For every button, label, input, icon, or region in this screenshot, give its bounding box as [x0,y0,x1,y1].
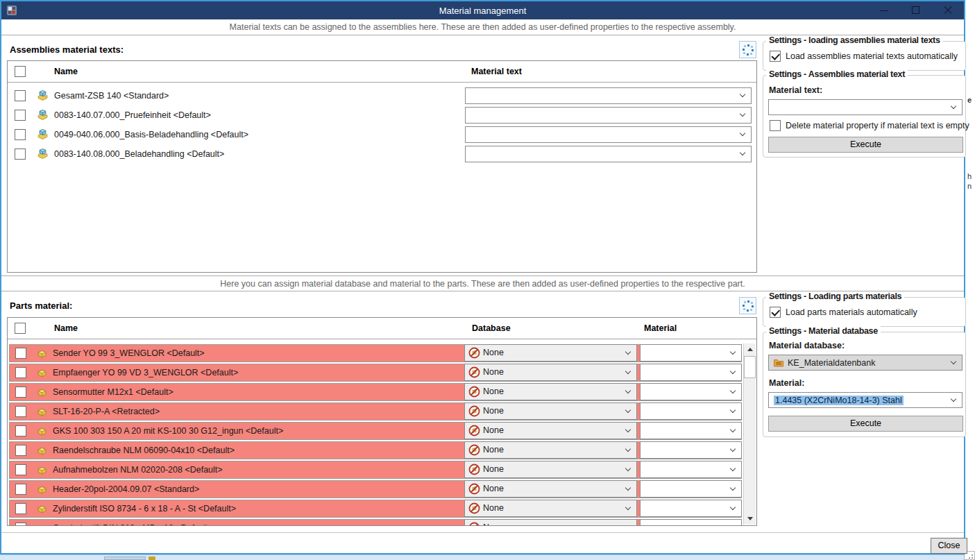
part-row[interactable]: Raendelschraube NLM 06090-04x10 <Default… [9,441,742,459]
part-row[interactable]: GKS 100 303 150 A 20 mit KS-100 30 G12_i… [9,422,742,440]
database-row-value: None [483,364,504,380]
chevron-down-icon [730,504,736,509]
database-row-select[interactable]: None [464,480,637,498]
material-select[interactable]: 1.4435 (X2CrNiMo18-14-3) Stahl [768,392,963,408]
database-row-select[interactable]: None [464,344,637,362]
row-checkbox[interactable] [15,110,26,121]
load-assemblies-automatically-checkbox[interactable] [770,51,781,62]
minimize-button[interactable] [868,1,900,19]
group-settings-loading-parts: Settings - Loading parts materials Load … [763,297,966,327]
window-title: Material management [1,6,964,16]
material-row-select[interactable] [640,344,742,362]
scroll-up-button[interactable] [744,343,756,355]
scrollbar-thumb[interactable] [744,356,756,378]
row-checkbox[interactable] [15,129,26,140]
part-row[interactable]: SLT-16-20-P-A <Retracted>None [9,402,742,421]
material-row-select[interactable] [640,480,742,498]
material-management-dialog: Material management Material texts can b… [0,0,965,554]
material-database-select[interactable]: KE_Materialdatenbank [768,355,963,371]
refresh-assemblies-button[interactable] [739,41,756,58]
maximize-icon [912,6,919,14]
chevron-down-icon [740,130,745,136]
database-row-select[interactable]: None [464,383,637,400]
load-parts-automatically-checkbox[interactable] [770,307,781,318]
refresh-parts-button[interactable] [739,297,756,314]
part-row[interactable]: Sender YO 99 3_WENGLOR <Default>None [9,344,742,362]
scroll-down-button[interactable] [744,513,756,525]
part-row[interactable]: Zylinderstift ISO 8734 - 6 x 18 - A - St… [9,500,742,518]
part-row[interactable]: Aufnahmebolzen NLM 02020-208 <Default>No… [9,461,742,479]
background-text-fragment: e [967,96,972,104]
part-row[interactable]: Empfaenger YO 99 VD 3_WENGLOR <Default>N… [9,364,742,382]
material-row-select[interactable] [640,383,742,400]
material-text-row-select[interactable] [465,87,752,104]
maximize-button[interactable] [900,1,932,19]
material-row-select[interactable] [640,500,742,517]
material-text-row-select[interactable] [465,126,752,143]
chevron-down-icon [730,348,736,354]
row-checkbox[interactable] [15,445,26,456]
database-row-select[interactable]: None [464,441,637,459]
titlebar[interactable]: Material management [1,1,964,19]
part-row[interactable]: Gewindestift DIN 913 - M5 x 16 <Default>… [9,519,742,526]
row-checkbox[interactable] [15,425,26,436]
material-text-select[interactable] [768,99,963,115]
column-header-material: Material [644,323,677,333]
arrow-up-icon [747,348,753,351]
row-checkbox[interactable] [15,484,26,495]
row-checkbox[interactable] [15,90,26,101]
load-parts-automatically-label: Load parts materials automatically [786,307,917,317]
material-database-folder-icon [773,357,784,368]
assembly-row[interactable]: Gesamt-ZSB 140 <Standard> [8,86,756,105]
material-row-select[interactable] [640,519,742,526]
chevron-down-icon [740,92,745,97]
close-button[interactable]: Close [931,538,967,554]
database-row-select[interactable]: None [464,519,637,526]
material-row-select[interactable] [640,364,742,381]
material-text-label: Material text: [769,85,822,95]
row-checkbox[interactable] [15,149,26,160]
material-text-row-select[interactable] [465,146,752,162]
database-row-value: None [483,461,504,477]
execute-parts-button[interactable]: Execute [768,416,963,432]
material-row-select[interactable] [640,422,742,439]
delete-material-property-checkbox[interactable] [770,120,781,131]
row-checkbox[interactable] [15,523,26,526]
material-row-select[interactable] [640,402,742,420]
database-row-select[interactable]: None [464,500,637,517]
part-name: Sender YO 99 3_WENGLOR <Default> [53,345,205,362]
chevron-down-icon [951,396,956,401]
database-row-select[interactable]: None [464,422,637,439]
database-row-select[interactable]: None [464,461,637,478]
database-row-select[interactable]: None [464,402,637,420]
row-checkbox[interactable] [15,387,26,398]
chevron-down-icon [951,358,956,364]
close-window-button[interactable] [932,1,964,19]
part-icon [36,406,48,418]
material-row-select[interactable] [640,441,742,459]
chevron-down-icon [730,523,736,526]
database-row-select[interactable]: None [464,364,637,381]
chevron-down-icon [740,111,745,117]
row-checkbox[interactable] [15,348,26,359]
parts-vertical-scrollbar[interactable] [743,343,756,525]
row-checkbox[interactable] [15,367,26,378]
assembly-row[interactable]: 0049-040.06.000_Basis-Beladehandling <De… [8,125,756,144]
no-database-icon [468,502,480,514]
no-database-icon [468,444,480,456]
material-text-row-select[interactable] [465,107,752,124]
select-all-assemblies-checkbox[interactable] [15,66,26,77]
assembly-row[interactable]: 0083-140.07.000_Pruefeinheit <Default> [8,105,756,125]
part-name: SLT-16-20-P-A <Retracted> [53,403,160,420]
column-header-name: Name [54,67,78,76]
assembly-row[interactable]: 0083-140.08.000_Beladehandling <Default> [8,144,756,164]
execute-assemblies-button[interactable]: Execute [768,137,963,153]
selected-material-value: 1.4435 (X2CrNiMo18-14-3) Stahl [774,396,904,405]
row-checkbox[interactable] [15,503,26,514]
row-checkbox[interactable] [15,406,26,417]
part-row[interactable]: Header-20pol-2004.09.07 <Standard>None [9,480,742,498]
row-checkbox[interactable] [15,464,26,475]
part-row[interactable]: Sensormutter M12x1 <Default>None [9,383,742,401]
material-row-select[interactable] [640,461,742,478]
select-all-parts-checkbox[interactable] [15,323,26,334]
